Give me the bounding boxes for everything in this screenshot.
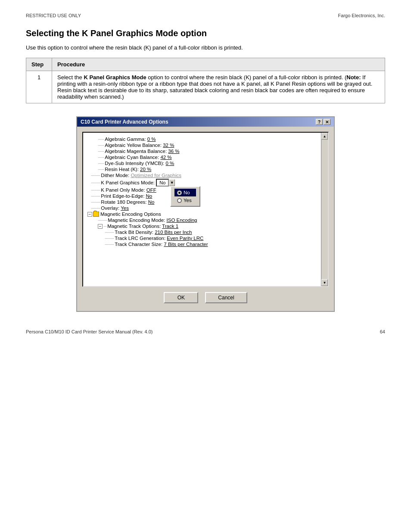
item-value[interactable]: Yes: [121, 205, 129, 211]
tooltip-selected-option: No: [174, 189, 196, 196]
k-panel-graphics-mode-item: ············ K Panel Graphics Mode: No ▼: [84, 178, 318, 187]
tree-container[interactable]: ········ Algebraic Gamma: 0 % ········ A…: [82, 132, 329, 287]
ok-button[interactable]: OK: [164, 292, 198, 303]
col-step: Step: [26, 58, 52, 71]
item-value[interactable]: Track 1: [162, 224, 178, 229]
item-value[interactable]: ISO Encoding: [167, 218, 197, 223]
item-value[interactable]: 42 %: [160, 155, 171, 160]
item-value[interactable]: Even Parity LRC: [167, 236, 203, 241]
item-label: K Panel Graphics Mode: No ▼: [101, 179, 175, 187]
item-value: Optimized for Graphics: [131, 173, 181, 178]
list-item: ············ Track LRC Generation: Even …: [84, 235, 318, 241]
scrollbar[interactable]: ▲ ▼: [321, 133, 328, 286]
help-button[interactable]: ?: [316, 119, 323, 125]
dialog-titlebar: C10 Card Printer Advanced Options ? ✕: [77, 117, 334, 127]
tree-line-icon: ········: [98, 137, 104, 142]
item-label: Magnetic Track Options: Track 1: [107, 224, 178, 229]
note-label: Note:: [346, 74, 361, 81]
item-value[interactable]: 210 Bits per Inch: [155, 230, 192, 235]
tree-line-icon: ············: [91, 206, 100, 211]
dropdown-container: No ▼: [156, 179, 175, 187]
item-value[interactable]: 20 %: [140, 167, 151, 172]
header-left: RESTRICTED USE ONLY: [26, 13, 81, 18]
k-panel-only-mode-item: ············ K Panel Only Mode: OFF: [84, 187, 318, 193]
procedure-text: Select the K Panel Graphics Mode option …: [52, 71, 385, 103]
item-value[interactable]: 7 Bits per Character: [164, 242, 208, 247]
header-right: Fargo Electronics, Inc.: [338, 13, 385, 18]
item-value[interactable]: No: [148, 199, 155, 205]
page-footer: Persona C10/M10 ID Card Printer Service …: [26, 329, 385, 334]
tree-line-icon: ············: [91, 173, 100, 178]
radio-icon: [177, 190, 182, 195]
list-item: ········ Algebraic Gamma: 0 %: [84, 136, 318, 142]
intro-text: Use this option to control where the res…: [26, 44, 385, 51]
list-item: ········ Resin Heat (K): 20 %: [84, 166, 318, 172]
list-item: ········ Algebraic Yellow Balance: 32 %: [84, 142, 318, 148]
tree-line-icon: ············: [105, 230, 114, 235]
magnetic-encoding-label: Magnetic Encoding Options: [100, 212, 161, 217]
procedure-table: Step Procedure 1 Select the K Panel Grap…: [26, 58, 385, 103]
item-label: Track Bit Density: 210 Bits per Inch: [115, 230, 192, 235]
tree-line-icon: ············: [91, 200, 100, 205]
page-header: RESTRICTED USE ONLY Fargo Electronics, I…: [26, 13, 385, 18]
bold-option: K Panel Graphics Mode: [84, 74, 146, 81]
step-number: 1: [26, 71, 52, 103]
item-label: Algebraic Cyan Balance: 42 %: [105, 155, 171, 160]
close-button[interactable]: ✕: [324, 119, 330, 125]
item-label: Track Character Size: 7 Bits per Charact…: [115, 242, 208, 247]
tooltip-popup: No Yes: [170, 186, 200, 207]
folder-icon: [93, 212, 99, 217]
no-option[interactable]: No: [184, 190, 190, 195]
list-item: ············ Rotate 180 Degrees: No: [84, 199, 318, 205]
scroll-down-arrow[interactable]: ▼: [321, 279, 328, 286]
item-label: Resin Heat (K): 20 %: [105, 167, 151, 172]
item-label: Print Edge-to-Edge: No: [101, 193, 152, 199]
list-item: ········ Algebraic Cyan Balance: 42 %: [84, 154, 318, 160]
magnetic-encoding-parent: − Magnetic Encoding Options: [84, 211, 318, 217]
list-item: ········ Dye-Sub Intensity (YMCB): 0 %: [84, 160, 318, 166]
page-number: 64: [380, 329, 385, 334]
item-label: Track LRC Generation: Even Parity LRC: [115, 236, 203, 241]
titlebar-buttons: ? ✕: [316, 119, 330, 125]
dialog-container: C10 Card Printer Advanced Options ? ✕ ··…: [76, 116, 335, 312]
item-label: Magnetic Encoding Mode: ISO Encoding: [108, 218, 197, 223]
dialog-buttons: OK Cancel: [79, 289, 332, 308]
col-procedure: Procedure: [52, 58, 385, 71]
scroll-up-arrow[interactable]: ▲: [321, 133, 328, 140]
item-label: Dye-Sub Intensity (YMCB): 0 %: [105, 161, 174, 166]
item-value[interactable]: 32 %: [163, 143, 174, 148]
item-value[interactable]: 0 %: [147, 137, 156, 142]
collapse-icon[interactable]: −: [87, 212, 92, 217]
cancel-button[interactable]: Cancel: [205, 292, 247, 303]
dropdown-arrow-icon[interactable]: ▼: [169, 179, 175, 186]
tree-line-icon: ············: [98, 218, 107, 223]
item-label: K Panel Only Mode: OFF: [101, 187, 156, 193]
dialog-body: ········ Algebraic Gamma: 0 % ········ A…: [77, 127, 334, 311]
list-item: − ···· Magnetic Track Options: Track 1: [84, 223, 318, 229]
dropdown-value: No: [156, 179, 169, 187]
list-item: ············ Print Edge-to-Edge: No: [84, 193, 318, 199]
tree-line-icon: ············: [105, 242, 114, 247]
dialog-window: C10 Card Printer Advanced Options ? ✕ ··…: [76, 116, 335, 312]
scroll-track: [321, 140, 328, 279]
item-value[interactable]: OFF: [146, 187, 156, 193]
item-label: Algebraic Yellow Balance: 32 %: [105, 143, 174, 148]
item-value[interactable]: No: [146, 193, 153, 199]
tree-line-icon: ········: [98, 143, 104, 148]
radio-icon: [177, 198, 182, 203]
item-value[interactable]: 0 %: [165, 161, 174, 166]
tooltip-other-option: Yes: [174, 196, 196, 204]
list-item: ············ Dither Mode: Optimized for …: [84, 172, 318, 178]
list-item: ············ Magnetic Encoding Mode: ISO…: [84, 217, 318, 223]
tree-line-icon: ············: [91, 194, 100, 199]
item-value[interactable]: 36 %: [168, 149, 179, 154]
dialog-title: C10 Card Printer Advanced Options: [81, 119, 168, 125]
yes-option[interactable]: Yes: [184, 198, 192, 203]
tree-content: ········ Algebraic Gamma: 0 % ········ A…: [83, 135, 321, 248]
item-label: Dither Mode: Optimized for Graphics: [101, 173, 181, 178]
expand-icon[interactable]: −: [98, 224, 103, 229]
tree-line-icon: ········: [98, 167, 104, 172]
list-item: ············ Track Bit Density: 210 Bits…: [84, 229, 318, 235]
item-label: Algebraic Magenta Balance: 36 %: [105, 149, 179, 154]
page: RESTRICTED USE ONLY Fargo Electronics, I…: [0, 0, 411, 532]
